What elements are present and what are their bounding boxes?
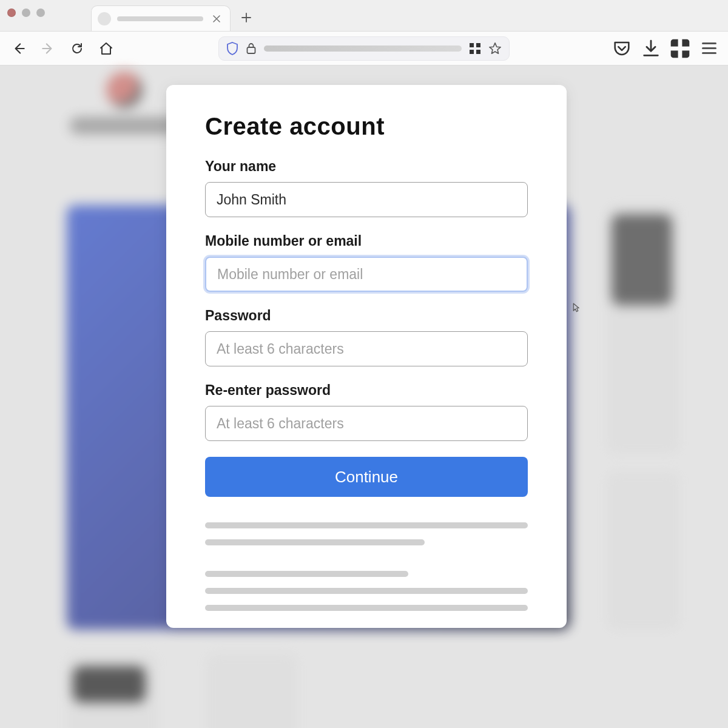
field-contact: Mobile number or email [205,233,528,292]
field-name: Your name [205,158,528,217]
browser-tab[interactable] [91,5,231,31]
star-icon[interactable] [488,42,502,55]
svg-rect-1 [470,43,474,47]
browser-toolbar [0,32,728,66]
reload-icon [70,41,84,56]
continue-button[interactable]: Continue [205,457,528,497]
svg-rect-3 [470,50,474,54]
svg-rect-0 [248,47,255,53]
home-button[interactable] [96,38,116,59]
new-tab-button[interactable] [234,5,258,30]
svg-rect-8 [682,50,689,58]
password-input[interactable] [205,331,528,366]
tab-title-placeholder [117,16,203,21]
svg-rect-5 [671,39,678,46]
password2-label: Re-enter password [205,382,528,399]
svg-rect-4 [476,50,480,54]
terms-placeholder [205,522,528,611]
password-label: Password [205,308,528,324]
window-zoom-dot[interactable] [36,8,45,17]
arrow-right-icon [40,41,56,56]
lock-icon [246,42,257,55]
shield-icon [226,42,238,55]
plus-icon [241,13,251,22]
svg-rect-7 [671,50,678,58]
url-placeholder [264,46,462,52]
contact-input[interactable] [205,257,528,292]
password2-input[interactable] [205,406,528,441]
arrow-left-icon [11,41,27,56]
placeholder-line [205,605,528,611]
name-input[interactable] [205,182,528,217]
menu-button[interactable] [699,38,720,59]
window-close-dot[interactable] [7,8,16,17]
window-minimize-dot[interactable] [22,8,30,17]
download-icon[interactable] [641,38,661,59]
browser-chrome [0,0,728,66]
placeholder-line [205,539,425,545]
svg-rect-2 [476,43,480,47]
contact-label: Mobile number or email [205,233,528,249]
svg-rect-6 [682,39,689,46]
home-icon [99,41,113,56]
form-heading: Create account [205,113,528,140]
field-password2: Re-enter password [205,382,528,441]
reload-button[interactable] [67,38,87,59]
tab-favicon [98,12,111,25]
close-icon [213,15,220,22]
toolbar-right [612,38,720,59]
placeholder-line [205,571,408,577]
pocket-icon[interactable] [612,38,632,59]
forward-button[interactable] [38,38,58,59]
placeholder-line [205,522,528,528]
page-viewport: Create account Your name Mobile number o… [0,66,728,728]
window-controls [7,8,45,17]
placeholder-line [205,588,528,594]
create-account-card: Create account Your name Mobile number o… [166,85,567,628]
hamburger-icon [702,42,716,54]
tab-close-button[interactable] [209,12,224,26]
urlbar[interactable] [218,36,510,61]
back-button[interactable] [8,38,29,59]
urlbar-container [125,36,603,61]
name-label: Your name [205,158,528,175]
field-password: Password [205,308,528,366]
apps-icon[interactable] [670,38,690,59]
qr-icon [469,42,481,55]
tab-strip [0,0,728,32]
